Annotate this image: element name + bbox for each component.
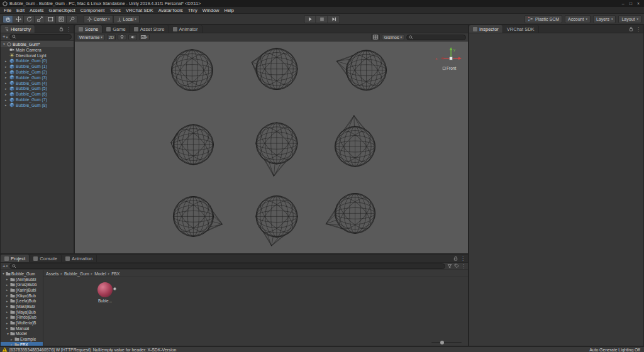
- folder-manual[interactable]: ▸Manual: [1, 326, 43, 331]
- foldout-arrow-icon[interactable]: ▸: [6, 283, 9, 287]
- breadcrumb-bubble-gum[interactable]: Bubble_Gum: [64, 272, 89, 276]
- hierarchy-item-bubble-gum-2[interactable]: ▸Bubble_Gum (2): [1, 69, 74, 75]
- wireframe-mesh-8[interactable]: [326, 193, 375, 234]
- handle-rotation-button[interactable]: Local ▾: [113, 15, 140, 23]
- rect-tool-button[interactable]: [45, 15, 56, 23]
- view-tab-scene[interactable]: Scene: [75, 25, 103, 33]
- bottom-tab-console[interactable]: Console: [30, 255, 62, 262]
- project-search-input[interactable]: [9, 263, 445, 269]
- search-by-label-icon[interactable]: [454, 263, 459, 268]
- console-status-message[interactable]: [637835534883460576] W [HTTPRequest]: Nu…: [9, 348, 587, 352]
- foldout-arrow-icon[interactable]: ▼: [2, 272, 5, 275]
- play-button[interactable]: [304, 15, 316, 23]
- breadcrumb-model[interactable]: Model: [94, 272, 106, 276]
- lock-icon[interactable]: [629, 26, 633, 31]
- hierarchy-search-input[interactable]: [9, 34, 72, 40]
- hierarchy-item-bubble-gum-5[interactable]: ▸Bubble_Gum (5): [1, 86, 74, 92]
- hierarchy-item-directional-light[interactable]: Directional Light: [1, 53, 74, 58]
- hierarchy-item-bubble-gum-6[interactable]: ▸Bubble_Gum (6): [1, 91, 74, 97]
- wireframe-mesh-0[interactable]: [171, 49, 213, 91]
- folder-bubble-gum[interactable]: ▼Bubble_Gum: [1, 271, 43, 277]
- folder-kikyo-bub[interactable]: ▸(Kikyo)Bub: [1, 293, 43, 299]
- menu-thry[interactable]: Thry: [186, 8, 200, 13]
- breadcrumb-assets[interactable]: Assets: [46, 272, 58, 276]
- folder-maki-bubl[interactable]: ▸(Maki)Bubl: [1, 304, 43, 309]
- menu-file[interactable]: File: [1, 8, 14, 13]
- folder-wolferia-b[interactable]: ▸(Wolferia)B: [1, 320, 43, 326]
- menu-component[interactable]: Component: [78, 8, 108, 13]
- foldout-arrow-icon[interactable]: ▸: [6, 277, 9, 281]
- hierarchy-item-bubble-gum-1[interactable]: ▸Bubble_Gum (1): [1, 63, 74, 69]
- hierarchy-item-bubble-gum-0[interactable]: ▸Bubble_Gum (0): [1, 58, 74, 64]
- pause-button[interactable]: [316, 15, 328, 23]
- foldout-arrow-icon[interactable]: ▸: [5, 98, 8, 102]
- wireframe-mesh-5[interactable]: [335, 116, 375, 167]
- lock-icon[interactable]: [453, 256, 458, 261]
- asset-tile-buble[interactable]: Buble...: [94, 282, 116, 303]
- hand-tool-button[interactable]: [3, 15, 13, 23]
- gizmos-dropdown[interactable]: Gizmos ▾: [382, 34, 404, 40]
- inspector-tab-vrchat-sdk[interactable]: VRChat SDK: [503, 25, 539, 33]
- foldout-arrow-icon[interactable]: ▸: [6, 304, 9, 308]
- custom-tool-button[interactable]: [67, 15, 77, 23]
- icon-size-slider[interactable]: [431, 342, 462, 343]
- pivot-mode-button[interactable]: Center ▾: [84, 15, 113, 23]
- orientation-gizmo[interactable]: yxFront: [435, 47, 462, 70]
- foldout-arrow-icon[interactable]: ▸: [6, 299, 9, 303]
- shading-mode-dropdown[interactable]: Wireframe ▾: [77, 34, 105, 40]
- foldout-arrow-icon[interactable]: ▸: [11, 338, 14, 341]
- create-add-button[interactable]: +▾: [3, 34, 8, 40]
- wireframe-mesh-1[interactable]: [252, 48, 297, 90]
- tab-hierarchy[interactable]: Hierarchy: [1, 25, 35, 33]
- scene-lighting-toggle[interactable]: [118, 34, 126, 40]
- layout-button[interactable]: Layout▾: [618, 15, 641, 23]
- foldout-arrow-icon[interactable]: ▸: [6, 294, 9, 297]
- wireframe-mesh-7[interactable]: [255, 195, 297, 246]
- view-tab-asset-store[interactable]: Asset Store: [130, 25, 169, 33]
- foldout-arrow-icon[interactable]: ▸: [5, 75, 8, 79]
- scene-search-input[interactable]: [406, 35, 466, 40]
- hierarchy-item-bubble-gum-3[interactable]: ▸Bubble_Gum (3): [1, 75, 74, 80]
- foldout-arrow-icon[interactable]: ▼: [3, 42, 6, 46]
- folder-karin-bubl[interactable]: ▸(Karin)Bubl: [1, 287, 43, 293]
- project-add-button[interactable]: +▾: [3, 263, 8, 269]
- folder-grus-bubb[interactable]: ▸(Grus)Bubb: [1, 282, 43, 287]
- foldout-arrow-icon[interactable]: ▸: [5, 87, 8, 91]
- menu-gameobject[interactable]: GameObject: [47, 8, 78, 13]
- menu-help[interactable]: Help: [221, 8, 236, 13]
- foldout-arrow-icon[interactable]: ▸: [6, 316, 9, 319]
- plastic-scm-button[interactable]: Plastic SCM: [525, 15, 562, 23]
- scale-tool-button[interactable]: [35, 15, 45, 23]
- menu-vrchat-sdk[interactable]: VRChat SDK: [123, 8, 156, 13]
- menu-tools[interactable]: Tools: [107, 8, 123, 13]
- folder-anri-bubbl[interactable]: ▸(Anri)Bubbl: [1, 277, 43, 282]
- scene-grid-toggle[interactable]: [371, 34, 380, 40]
- scene-effects-dropdown[interactable]: ▾: [139, 34, 150, 40]
- auto-generate-lighting-label[interactable]: Auto Generate Lighting Off: [589, 348, 642, 352]
- view-tab-animator[interactable]: Animator: [169, 25, 203, 33]
- foldout-arrow-icon[interactable]: ▸: [5, 92, 8, 96]
- bottom-tab-animation[interactable]: Animation: [62, 255, 97, 262]
- hierarchy-item-bubble-gum-4[interactable]: ▸Bubble_Gum (4): [1, 80, 74, 86]
- folder-leefa-bub[interactable]: ▸(Leefa)Bub: [1, 298, 43, 304]
- layers-button[interactable]: Layers▾: [593, 15, 616, 23]
- foldout-arrow-icon[interactable]: ▸: [11, 343, 14, 346]
- wireframe-mesh-6[interactable]: [173, 196, 223, 237]
- foldout-arrow-icon[interactable]: ▸: [5, 81, 8, 85]
- folder-maya-bub[interactable]: ▸(Maya)Bub: [1, 309, 43, 315]
- bottom-tab-project[interactable]: Project: [1, 255, 30, 262]
- search-by-type-icon[interactable]: [447, 263, 452, 268]
- maximize-button[interactable]: □: [630, 1, 632, 6]
- wireframe-mesh-2[interactable]: [336, 50, 387, 91]
- foldout-arrow-icon[interactable]: ▸: [5, 59, 8, 63]
- foldout-arrow-icon[interactable]: ▸: [5, 103, 8, 107]
- foldout-arrow-icon[interactable]: ▸: [6, 288, 9, 292]
- scene-header-row[interactable]: ▼ Bubble_Gum*: [1, 41, 74, 47]
- wireframe-mesh-3[interactable]: [171, 124, 214, 165]
- hierarchy-item-bubble-gum-7[interactable]: ▸Bubble_Gum (7): [1, 97, 74, 102]
- inspector-tab-inspector[interactable]: Inspector: [469, 25, 503, 33]
- hierarchy-item-bubble-gum-8[interactable]: ▸Bubble_Gum (8): [1, 102, 74, 108]
- folder-rindo-bub[interactable]: ▸(Rindo)Bub: [1, 315, 43, 321]
- foldout-arrow-icon[interactable]: ▸: [5, 70, 8, 74]
- foldout-arrow-icon[interactable]: ▼: [6, 332, 9, 336]
